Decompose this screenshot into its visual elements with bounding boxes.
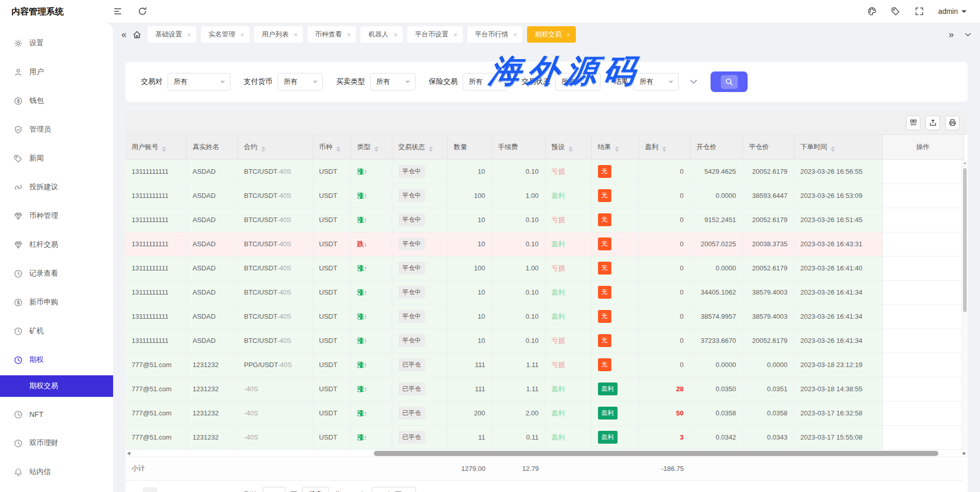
cell-actions[interactable] [882,159,964,184]
search-button[interactable] [711,71,748,92]
prev-page-icon[interactable]: ‹ [135,490,138,492]
cell-actions[interactable] [882,353,964,377]
tab-close-icon[interactable]: × [567,31,571,39]
col-coin[interactable]: 币种 [313,135,351,159]
tabs-scroll-left-icon[interactable]: « [121,30,126,39]
tab-close-icon[interactable]: × [393,31,397,39]
tag-icon[interactable] [891,7,900,16]
vertical-scrollbar[interactable]: ▲ [961,160,968,449]
column-label: 交易状态 [398,143,425,151]
scroll-right-arrow-icon[interactable]: ▶ [963,451,966,455]
tab-close-icon[interactable]: × [514,31,518,39]
cell-actions[interactable] [882,208,964,232]
sidebar-item-miner[interactable]: 矿机 [0,317,113,345]
tab-用户列表[interactable]: 用户列表× [254,26,303,43]
cell-actions[interactable] [882,280,964,304]
scroll-left-arrow-icon[interactable]: ◀ [127,451,130,455]
sidebar-item-options[interactable]: 期权 [0,345,113,374]
filter-select-status[interactable]: 所有 [555,73,601,90]
sidebar-item-dual[interactable]: 双币理财 [0,429,113,458]
col-account[interactable]: 用户账号 [125,135,186,159]
fullscreen-icon[interactable] [915,7,924,16]
cell-actions[interactable] [882,184,964,208]
home-icon[interactable] [132,30,142,40]
tab-close-icon[interactable]: × [347,31,351,39]
col-type[interactable]: 类型 [351,135,392,159]
filter-select-pair[interactable]: 所有 [168,73,230,90]
sidebar-item-users[interactable]: 用户 [0,58,113,86]
sort-carets-icon[interactable] [336,147,340,152]
horizontal-scrollbar-thumb[interactable] [374,451,938,456]
sort-carets-icon[interactable] [615,147,619,152]
sidebar-item-message[interactable]: 站内信 [0,458,113,486]
cell-actions[interactable] [882,377,964,401]
tab-基础设置[interactable]: 基础设置× [148,26,196,43]
tab-机器人[interactable]: 机器人× [360,26,403,43]
cell-actions[interactable] [882,401,964,425]
col-result[interactable]: 结果 [591,135,639,159]
col-time[interactable]: 下单时间 [794,135,882,159]
cell-actions[interactable] [882,256,964,280]
filter-select-result[interactable]: 所有 [633,73,679,90]
tab-币种查看[interactable]: 币种查看× [307,26,356,43]
sidebar-item-news[interactable]: 新闻 [0,144,113,173]
page-size-select[interactable]: 20 条/页 ∨ [372,487,416,492]
filter-select-pay-coin[interactable]: 所有 [278,73,323,90]
tab-close-icon[interactable]: × [187,31,191,39]
goto-page-input[interactable]: 1 [263,487,285,492]
theme-palette-icon[interactable] [867,7,877,16]
sidebar-item-feedback[interactable]: 投拆建议 [0,173,113,202]
sidebar-subitem-option-trade[interactable]: 期权交易 [0,375,113,397]
collapse-menu-icon[interactable] [113,7,122,16]
sidebar-item-records[interactable]: 记录查看 [0,259,113,288]
cell-actions[interactable] [882,425,964,449]
sidebar-item-ico[interactable]: 新币申购 [0,288,113,317]
cell-actions[interactable] [882,329,964,353]
sidebar-item-leverage[interactable]: 杠杆交易 [0,230,113,259]
sidebar-item-nft[interactable]: NFT [0,400,113,429]
col-profit[interactable]: 盈利 [639,135,690,159]
print-icon[interactable] [945,116,959,130]
tab-实名管理[interactable]: 实名管理× [201,26,250,43]
horizontal-scrollbar[interactable]: ◀ ▶ [125,450,968,457]
sort-carets-icon[interactable] [831,147,835,152]
next-page-icon[interactable]: › [237,490,240,492]
columns-setting-icon[interactable] [906,116,920,130]
tab-close-icon[interactable]: × [294,31,298,39]
col-preset[interactable]: 预设 [545,135,591,159]
scroll-up-arrow-icon[interactable]: ▲ [962,161,968,165]
goto-confirm-button[interactable]: 确定 [302,487,329,492]
tab-close-icon[interactable]: × [453,31,458,39]
tab-平台币行情[interactable]: 平台币行情× [467,26,523,43]
filter-select-side[interactable]: 所有 [370,73,415,90]
user-menu[interactable]: admin [938,7,967,15]
col-contract[interactable]: 合约 [238,135,313,159]
export-icon[interactable] [925,116,940,130]
sort-carets-icon[interactable] [569,147,573,152]
sort-carets-icon[interactable] [662,147,666,152]
refresh-icon[interactable] [138,7,147,16]
sort-carets-icon[interactable] [261,147,265,152]
cell-actions[interactable] [882,304,964,329]
sidebar-item-coins[interactable]: 币种管理 [0,202,113,230]
sort-carets-icon[interactable] [429,147,433,152]
cell-actions[interactable] [882,232,964,256]
page-button-165[interactable]: 165 [217,487,231,492]
vertical-scrollbar-thumb[interactable] [963,168,967,312]
col-status[interactable]: 交易状态 [392,135,447,159]
tabs-scroll-right-icon[interactable]: » [949,30,954,39]
sidebar-item-settings[interactable]: 设置 [0,29,113,58]
filter-collapse-icon[interactable] [689,77,698,86]
filter-select-insurance[interactable]: 所有 [463,73,508,90]
sort-carets-icon[interactable] [374,147,378,152]
tab-close-icon[interactable]: × [241,31,245,39]
sidebar-item-admins[interactable]: 管理员 [0,115,113,144]
sidebar-item-wallet[interactable]: 钱包 [0,86,113,115]
page-button-1[interactable]: 1 [143,487,157,492]
tab-平台币设置[interactable]: 平台币设置× [407,26,463,43]
page-button-2[interactable]: 2 [161,487,176,492]
tabs-menu-icon[interactable] [964,31,972,39]
sort-carets-icon[interactable] [162,147,166,152]
tab-期权交易[interactable]: 期权交易× [527,26,576,43]
page-button-3[interactable]: 3 [180,487,194,492]
